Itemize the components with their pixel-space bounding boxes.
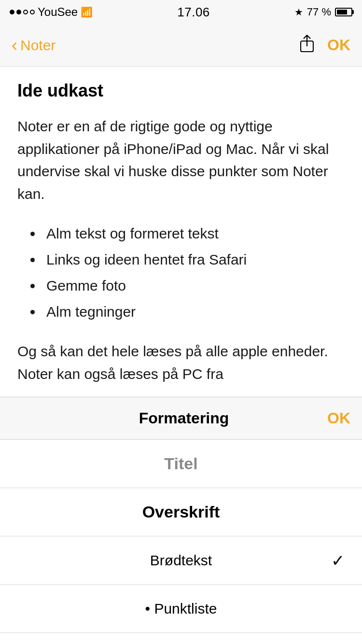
status-time: 17.06 [177, 5, 210, 20]
bullet-item-3: Gemme foto [42, 273, 345, 299]
bluetooth-icon: ★ [294, 6, 303, 18]
chevron-left-icon: ‹ [12, 35, 17, 56]
nav-actions: OK [300, 35, 350, 56]
signal-dot-4 [30, 10, 35, 14]
note-content: Ide udkast Noter er en af de rigtige god… [0, 67, 362, 397]
status-bar: YouSee 📶 17.06 ★ 77 % [0, 0, 362, 24]
checkmark-icon: ✓ [331, 551, 345, 570]
format-label-titel: Titel [164, 454, 197, 473]
formatting-ok-button[interactable]: OK [327, 409, 350, 427]
status-left: YouSee 📶 [10, 5, 93, 19]
signal-dot-3 [23, 10, 28, 14]
format-option-titel[interactable]: Titel [0, 440, 362, 488]
bullet-item-1: Alm tekst og formeret tekst [42, 221, 345, 247]
ok-button[interactable]: OK [327, 36, 350, 54]
battery-icon [335, 8, 352, 16]
battery-fill [337, 10, 347, 14]
note-body-2: Og så kan det hele læses på alle apple e… [17, 340, 345, 385]
format-option-punktliste[interactable]: • Punktliste [0, 585, 362, 633]
format-options: Titel Overskrift Brødtekst ✓ • Punktlist… [0, 440, 362, 644]
format-option-overskrift[interactable]: Overskrift [0, 488, 362, 536]
bullet-item-2: Links og ideen hentet fra Safari [42, 247, 345, 273]
share-icon[interactable] [300, 35, 314, 56]
note-bullet-list: Alm tekst og formeret tekst Links og ide… [17, 221, 345, 325]
back-button[interactable]: ‹ Noter [12, 35, 56, 56]
bullet-item-4: Alm tegninger [42, 299, 345, 325]
format-label-overskrift: Overskrift [142, 503, 220, 521]
note-title: Ide udkast [17, 80, 345, 101]
battery-percent: 77 % [307, 6, 331, 18]
signal-dot-1 [10, 10, 14, 14]
nav-bar: ‹ Noter OK [0, 24, 362, 67]
formatting-header: Formatering OK [0, 397, 362, 440]
formatting-title: Formatering [41, 409, 327, 427]
carrier-name: YouSee [38, 5, 78, 19]
wifi-icon: 📶 [81, 6, 93, 18]
note-body-1: Noter er en af de rigtige gode og nyttig… [17, 115, 345, 205]
status-right: ★ 77 % [294, 6, 352, 18]
format-option-strikttekst[interactable]: Strikttekst [0, 633, 362, 644]
format-label-punktliste: • Punktliste [145, 601, 217, 617]
back-label: Noter [20, 37, 56, 54]
battery-body [335, 8, 352, 16]
signal-dot-2 [16, 10, 21, 14]
format-label-brodtekst: Brødtekst [150, 552, 212, 569]
format-option-brodtekst[interactable]: Brødtekst ✓ [0, 536, 362, 585]
signal-dots [10, 10, 35, 14]
formatting-panel: Formatering OK Titel Overskrift Brødteks… [0, 397, 362, 644]
